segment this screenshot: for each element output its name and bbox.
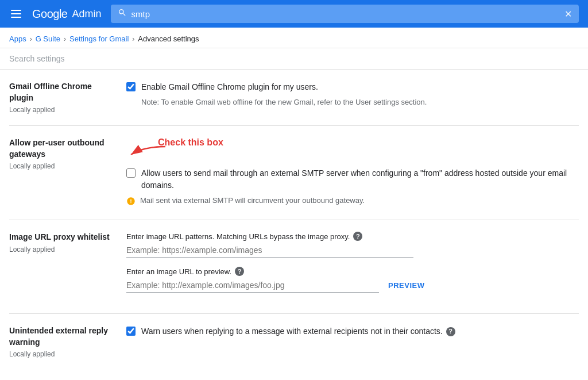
breadcrumb-current: Advanced settings xyxy=(138,34,199,43)
breadcrumb-gmail-link[interactable]: Settings for Gmail xyxy=(69,34,129,43)
setting-applied-outbound-gateways: Locally applied xyxy=(9,162,113,170)
search-icon xyxy=(118,8,127,20)
breadcrumb: Apps › G Suite › Settings for Gmail › Ad… xyxy=(0,28,588,48)
setting-title-image-url-proxy: Image URL proxy whitelist xyxy=(9,232,113,243)
setting-label-gmail-offline: Gmail Offline Chrome plugin Locally appl… xyxy=(9,81,113,114)
clear-search-icon[interactable]: ✕ xyxy=(564,9,572,20)
help-icon-1[interactable]: ? xyxy=(353,232,362,241)
setting-applied-image-url-proxy: Locally applied xyxy=(9,245,113,254)
setting-row-gmail-offline: Gmail Offline Chrome plugin Locally appl… xyxy=(9,70,579,126)
global-search-bar[interactable]: smtp ✕ xyxy=(111,5,579,23)
search-input[interactable]: smtp xyxy=(131,9,560,19)
preview-row: PREVIEW xyxy=(126,278,579,293)
setting-row-outbound-gateways: Allow per-user outbound gateways Locally… xyxy=(9,126,579,220)
svg-rect-1 xyxy=(11,13,21,14)
breadcrumb-gsuite-link[interactable]: G Suite xyxy=(36,34,60,43)
image-url-label-2: Enter an image URL to preview. ? xyxy=(126,267,579,276)
help-icon-3[interactable]: ? xyxy=(446,327,455,336)
image-url-input-1[interactable] xyxy=(126,243,413,258)
breadcrumb-sep-2: › xyxy=(64,35,66,43)
setting-row-external-reply-warning: Unintended external reply warning Locall… xyxy=(9,314,579,370)
setting-row-image-url-proxy: Image URL proxy whitelist Locally applie… xyxy=(9,220,579,314)
breadcrumb-sep-3: › xyxy=(132,35,134,43)
external-reply-checkbox[interactable] xyxy=(126,327,136,336)
help-icon-2[interactable]: ? xyxy=(235,267,244,276)
setting-label-image-url-proxy: Image URL proxy whitelist Locally applie… xyxy=(9,232,113,302)
external-reply-checkbox-label[interactable]: Warn users when replying to a message wi… xyxy=(141,325,455,337)
main-content: Gmail Offline Chrome plugin Locally appl… xyxy=(0,70,588,370)
outbound-gateways-warning-row: Mail sent via external SMTP will circumv… xyxy=(126,196,579,208)
setting-label-external-reply-warning: Unintended external reply warning Locall… xyxy=(9,325,113,358)
setting-applied-external-reply-warning: Locally applied xyxy=(9,350,113,358)
annotation-container: Check this box xyxy=(126,137,579,165)
gmail-offline-checkbox-label[interactable]: Enable Gmail Offline Chrome plugin for m… xyxy=(141,81,318,93)
outbound-gateways-checkbox-label[interactable]: Allow users to send mail through an exte… xyxy=(141,167,579,191)
gmail-offline-checkbox[interactable] xyxy=(126,82,136,91)
setting-content-external-reply-warning: Warn users when replying to a message wi… xyxy=(126,325,579,358)
setting-content-gmail-offline: Enable Gmail Offline Chrome plugin for m… xyxy=(126,81,579,114)
setting-title-external-reply-warning: Unintended external reply warning xyxy=(9,325,113,348)
settings-search-input[interactable] xyxy=(9,54,181,63)
svg-rect-2 xyxy=(11,17,21,18)
setting-applied-gmail-offline: Locally applied xyxy=(9,106,113,114)
admin-wordmark: Admin xyxy=(72,8,102,20)
outbound-gateways-warning-text: Mail sent via external SMTP will circumv… xyxy=(140,196,365,205)
google-wordmark: Google xyxy=(32,7,68,21)
app-logo: Google Admin xyxy=(32,7,102,21)
warning-icon xyxy=(126,197,136,208)
setting-content-image-url-proxy: Enter image URL patterns. Matching URLs … xyxy=(126,232,579,302)
setting-title-outbound-gateways: Allow per-user outbound gateways xyxy=(9,137,113,160)
image-url-input-2[interactable] xyxy=(126,278,379,293)
settings-search-bar[interactable] xyxy=(0,48,588,70)
breadcrumb-apps-link[interactable]: Apps xyxy=(9,34,26,43)
outbound-gateways-checkbox-row: Allow users to send mail through an exte… xyxy=(126,167,579,191)
preview-button[interactable]: PREVIEW xyxy=(388,281,424,290)
image-url-label-1: Enter image URL patterns. Matching URLs … xyxy=(126,232,579,241)
annotation-text: Check this box xyxy=(158,137,223,148)
breadcrumb-sep-1: › xyxy=(30,35,32,43)
setting-label-outbound-gateways: Allow per-user outbound gateways Locally… xyxy=(9,137,113,208)
gmail-offline-note: Note: To enable Gmail web offline for th… xyxy=(141,97,579,108)
svg-rect-0 xyxy=(11,10,21,11)
external-reply-checkbox-row: Warn users when replying to a message wi… xyxy=(126,325,579,337)
app-header: Google Admin smtp ✕ xyxy=(0,0,588,28)
setting-content-outbound-gateways: Check this box Allow users to send mail … xyxy=(126,137,579,208)
image-url-input-row-1: Enter image URL patterns. Matching URLs … xyxy=(126,232,579,258)
outbound-gateways-checkbox[interactable] xyxy=(126,168,136,178)
setting-title-gmail-offline: Gmail Offline Chrome plugin xyxy=(9,81,113,103)
gmail-offline-checkbox-row: Enable Gmail Offline Chrome plugin for m… xyxy=(126,81,579,93)
menu-icon[interactable] xyxy=(9,10,23,18)
image-url-input-row-2: Enter an image URL to preview. ? PREVIEW xyxy=(126,267,579,293)
